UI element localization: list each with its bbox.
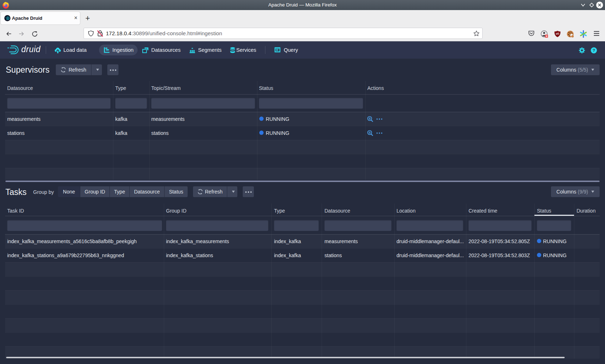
svg-text:uO: uO [556, 32, 559, 35]
svg-text:?: ? [592, 48, 595, 53]
